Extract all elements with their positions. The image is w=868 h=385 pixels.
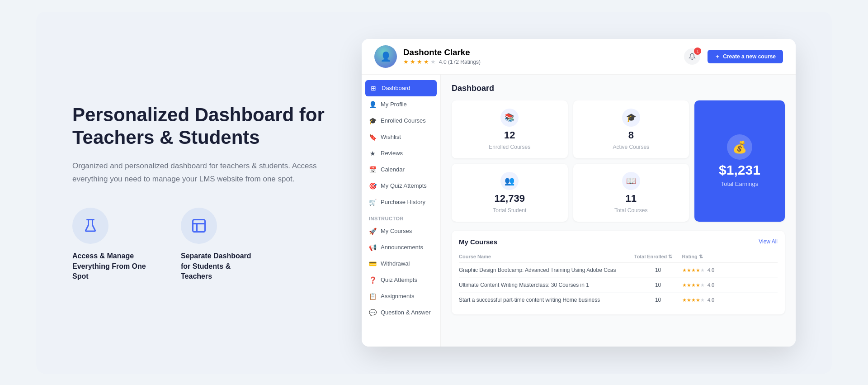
dashboard-icon: ⊞ [370,85,377,92]
quiz-icon: 🎯 [369,182,376,190]
courses-table: Course Name Total Enrolled ⇅ Rating ⇅ [459,251,778,307]
sidebar-enrolled-label: Enrolled Courses [381,117,426,124]
course-rating-cell: ★★★★★ 4.0 [682,292,778,307]
sidebar-item-quiz[interactable]: 🎯 My Quiz Attempts [362,178,440,194]
course-star-5: ★ [700,267,705,273]
features-list: Access & Manage Everything From One Spot… [72,208,326,281]
stat-enrolled: 📚 12 Enrolled Courses [452,100,568,158]
sidebar-item-wishlist[interactable]: 🔖 Wishlist [362,129,440,145]
courses-section-header: My Courses View All [459,238,778,246]
star-3: ★ [417,58,422,65]
dashboard-body: ⊞ Dashboard 👤 My Profile 🎓 Enrolled Cour… [362,75,796,347]
sidebar-dashboard-label: Dashboard [382,85,410,91]
sidebar-my-courses-label: My Courses [381,228,412,234]
star-5: ★ [430,58,436,65]
dashboard-card: 👤 Dashonte Clarke ★ ★ ★ ★ ★ 4.0 (172 Rat… [362,39,796,347]
reviews-icon: ★ [369,150,376,157]
view-all-link[interactable]: View All [759,238,778,245]
courses-section-title: My Courses [459,238,497,246]
col-header-enrolled: Total Enrolled ⇅ [634,251,682,263]
sidebar-reviews-label: Reviews [381,150,403,157]
active-number: 8 [628,129,634,141]
course-rating-cell: ★★★★★ 4.0 [682,277,778,292]
sidebar-announcements-label: Announcements [381,244,423,251]
sidebar-item-qa[interactable]: 💬 Question & Answer [362,304,440,321]
profile-icon: 👤 [369,101,376,108]
plus-icon [715,54,720,59]
instructor-divider: Instructor [362,210,440,223]
sidebar-item-purchase[interactable]: 🛒 Purchase History [362,194,440,210]
hero-title: Personalized Dashboard for Teachers & St… [72,104,326,149]
sidebar-item-withdrawal[interactable]: 💳 Withdrawal [362,256,440,272]
enrolled-icon: 🎓 [369,117,376,124]
sidebar-item-dashboard[interactable]: ⊞ Dashboard [365,80,437,96]
course-star-2: ★ [687,282,691,288]
sidebar-item-profile[interactable]: 👤 My Profile [362,96,440,113]
course-star-2: ★ [687,267,691,273]
notification-badge: 1 [694,48,701,55]
notification-button[interactable]: 1 [684,48,700,65]
hero-description: Organized and personalized dashboard for… [72,160,326,186]
table-row: Start a successful part-time content wri… [459,292,778,307]
course-star-2: ★ [687,297,691,303]
sidebar-quiz-inst-label: Quiz Attempts [381,276,417,283]
sidebar-calendar-label: Calendar [381,166,405,173]
total-courses-stat-icon: 📖 [622,172,640,190]
course-star-1: ★ [682,267,687,273]
star-1: ★ [403,58,409,65]
earnings-label: Total Earnings [721,181,758,187]
sidebar-profile-label: My Profile [381,101,407,108]
sidebar-wishlist-label: Wishlist [381,133,401,140]
sidebar-item-my-courses[interactable]: 🚀 My Courses [362,223,440,239]
feature-separate-label: Separate Dashboard for Students & Teache… [181,251,262,281]
stat-earnings: 💰 $1,231 Total Earnings [694,100,785,222]
sidebar-item-enrolled[interactable]: 🎓 Enrolled Courses [362,113,440,129]
rating-count: 4.0 (172 Ratings) [439,59,481,65]
qa-icon: 💬 [369,309,376,316]
outer-container: Personalized Dashboard for Teachers & St… [36,12,832,374]
students-number: 12,739 [495,193,525,204]
user-info: 👤 Dashonte Clarke ★ ★ ★ ★ ★ 4.0 (172 Rat… [374,45,481,68]
announcements-icon: 📢 [369,244,376,251]
course-name-cell: Start a successful part-time content wri… [459,292,634,307]
stat-active: 🎓 8 Active Courses [573,100,689,158]
layout-icon [191,218,207,234]
svg-rect-0 [193,220,205,232]
course-rating-value: 4.0 [708,267,714,273]
assignments-icon: 📋 [369,293,376,300]
stat-total-courses: 📖 11 Total Courses [573,164,689,222]
feature-separate: Separate Dashboard for Students & Teache… [181,208,262,281]
course-rating-value: 4.0 [708,282,714,288]
course-star-3: ★ [691,282,696,288]
course-star-4: ★ [696,297,700,303]
create-course-button[interactable]: Create a new course [708,50,783,63]
course-star-3: ★ [691,297,696,303]
sidebar-item-announcements[interactable]: 📢 Announcements [362,239,440,256]
sidebar-item-quiz-inst[interactable]: ❓ Quiz Attempts [362,272,440,288]
sidebar-item-reviews[interactable]: ★ Reviews [362,145,440,162]
course-name-cell: Graphic Design Bootcamp: Advanced Traini… [459,262,634,277]
total-courses-label: Total Courses [614,207,647,214]
calendar-icon: 📅 [369,166,376,173]
feature-access: Access & Manage Everything From One Spot [72,208,154,281]
sidebar: ⊞ Dashboard 👤 My Profile 🎓 Enrolled Cour… [362,75,441,347]
sidebar-purchase-label: Purchase History [381,199,425,205]
quiz-inst-icon: ❓ [369,276,376,284]
avatar-image: 👤 [374,45,397,68]
flask-icon [82,218,99,234]
star-4: ★ [424,58,429,65]
sidebar-item-assignments[interactable]: 📋 Assignments [362,288,440,304]
course-star-4: ★ [696,282,700,288]
main-title: Dashboard [452,84,785,93]
feature-access-label: Access & Manage Everything From One Spot [72,251,154,281]
course-star-3: ★ [691,267,696,273]
user-name: Dashonte Clarke [403,48,481,57]
course-enrolled-cell: 10 [634,292,682,307]
course-rating-value: 4.0 [708,297,714,303]
sidebar-item-calendar[interactable]: 📅 Calendar [362,162,440,178]
main-content: Dashboard 📚 12 Enrolled Courses 🎓 8 [441,75,796,347]
enrolled-label: Enrolled Courses [489,144,530,150]
feature-separate-icon-wrap [181,208,217,244]
my-courses-section: My Courses View All Course Name [452,231,785,314]
star-2: ★ [410,58,415,65]
